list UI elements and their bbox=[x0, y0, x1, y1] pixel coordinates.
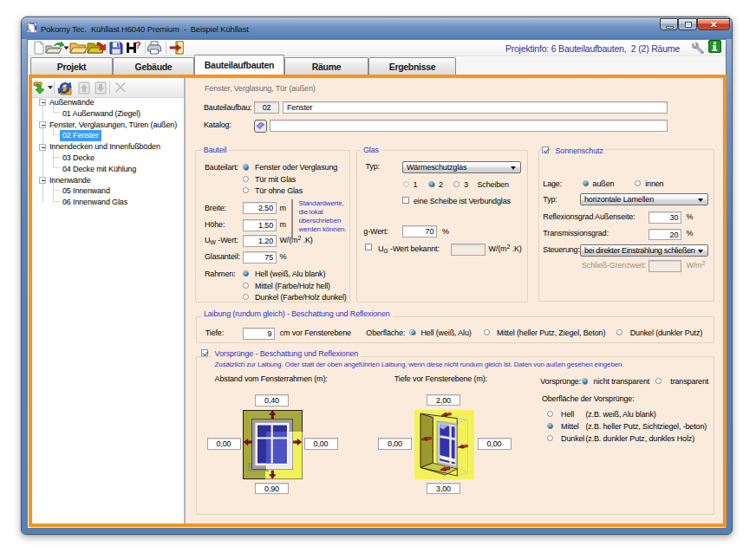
svg-text:?: ? bbox=[135, 41, 141, 50]
